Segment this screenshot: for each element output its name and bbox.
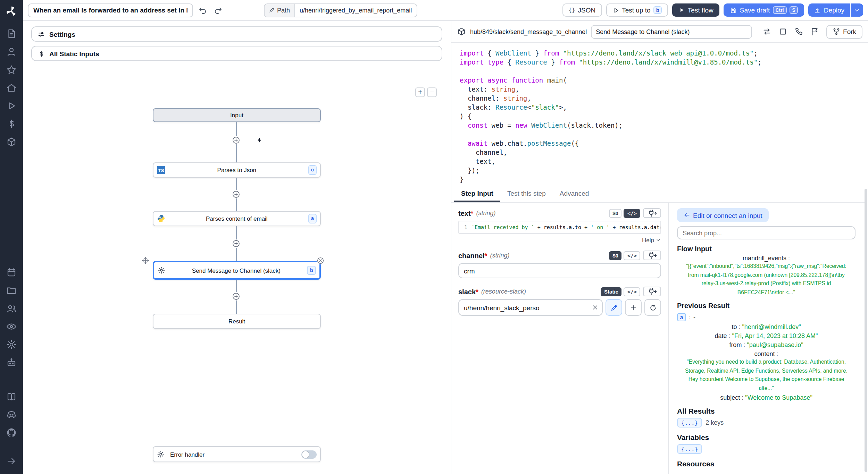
expr-help-toggle[interactable]: Help [458,237,661,244]
result-row-subject[interactable]: subject : "Welcome to Supabase" [677,394,856,401]
redo-button[interactable] [212,5,224,16]
code-mode-chip[interactable]: </> [624,287,640,296]
insert-step-button[interactable] [232,292,240,301]
all-results-badge[interactable]: {...} [677,418,702,428]
node-label: Parses content of email [168,215,306,222]
text-expression-editor[interactable]: 1 `Email received by ` + results.a.to + … [458,221,661,234]
clear-resource-icon[interactable] [592,304,599,311]
sidebar-item-collapse[interactable] [6,456,17,466]
deploy-button[interactable]: Deploy [809,3,850,17]
prop-search-input[interactable] [677,226,856,239]
save-draft-button[interactable]: Save draftCtrlS [724,3,804,17]
windmill-logo[interactable] [6,6,17,17]
pencil-icon [610,304,618,311]
code-line: } [460,175,865,184]
flow-node-input[interactable]: Input [153,108,321,122]
arrow-left-icon [683,212,690,219]
static-mode-chip[interactable]: $0 [609,251,622,260]
error-handler-label: Error handler [170,451,299,458]
sidebar-item-favorites[interactable] [6,64,17,75]
sidebar-item-schedules[interactable] [6,267,17,278]
connect-input-button[interactable] [643,208,661,218]
sidebar-item-account[interactable] [6,46,17,57]
deploy-menu-button[interactable] [851,3,863,17]
channel-input[interactable] [458,263,661,278]
delete-node-button[interactable] [317,257,324,264]
add-resource-button[interactable] [625,299,642,316]
flow-node-result[interactable]: Result [153,314,321,329]
result-row-to[interactable]: to : "henri@windmill.dev" [677,323,856,330]
move-node-handle[interactable] [142,257,149,264]
step-summary-input[interactable] [591,25,752,39]
result-row-content[interactable]: content : [677,350,856,357]
prop-value: "Welcome to Supabase" [745,394,812,401]
code-editor[interactable]: import { WebClient } from "https://deno.… [451,43,865,186]
sidebar-item-folders[interactable] [6,285,17,296]
sidebar-item-workers[interactable] [6,357,17,368]
sidebar-item-settings[interactable] [6,339,17,350]
phone-button[interactable] [794,26,804,37]
json-button[interactable]: {}JSON [562,3,602,17]
flow-node-parses-content-of-email[interactable]: Parses content of email a [153,211,321,226]
error-handler-toggle[interactable] [301,450,317,458]
play-icon [612,7,619,14]
connect-input-button[interactable] [643,287,661,296]
flow-settings-button[interactable]: Settings [31,26,442,42]
test-flow-button[interactable]: Test flow [673,3,720,17]
channel-field-row: channel*(string) $0 </> [458,251,661,260]
sidebar-item-runs[interactable] [6,100,17,111]
static-mode-chip[interactable]: $0 [609,209,622,218]
node-label: Send Message to Channel (slack) [168,267,304,274]
vertical-scrollbar[interactable] [865,189,867,472]
static-mode-chip[interactable]: Static [601,287,622,296]
flow-node-parses-to-json[interactable]: TS Parses to Json c [153,162,321,178]
required-star: * [485,252,487,259]
slack-resource-input[interactable] [458,299,603,316]
sidebar-item-discord[interactable] [6,409,17,420]
insert-step-button[interactable] [232,136,240,144]
sidebar-item-variables[interactable] [6,118,17,129]
swap-arrows-button[interactable] [762,26,772,37]
result-row-from[interactable]: from : "paul@supabase.io" [677,341,856,348]
undo-button[interactable] [197,5,208,16]
zoom-in-button[interactable]: + [415,87,425,97]
result-row-a[interactable]: a:- [677,313,856,321]
insert-step-button[interactable] [232,190,240,198]
insert-step-button[interactable] [232,239,240,248]
home-icon [6,82,17,93]
sidebar-item-scripts[interactable] [6,28,17,39]
tab-test-this-step[interactable]: Test this step [500,186,553,202]
trigger-bolt-icon[interactable] [256,137,263,144]
code-mode-chip[interactable]: </> [624,209,640,218]
error-handler-node[interactable]: Error handler [153,446,321,462]
sidebar-item-resources[interactable] [6,136,17,147]
fork-button[interactable]: Fork [826,25,862,39]
edit-connect-input-button[interactable]: Edit or connect an input [677,208,769,222]
sidebar-item-home[interactable] [6,82,17,93]
sidebar-item-docs[interactable] [6,391,17,401]
path-control[interactable]: Path u/henri/triggered_by_email_report_e… [264,3,417,17]
field-type: (string) [490,252,509,259]
node-label: Input [157,112,317,119]
prop-value: "henri@windmill.dev" [742,323,801,330]
edit-resource-button[interactable] [606,299,622,316]
sidebar-item-github[interactable] [6,427,17,438]
expand-window-button[interactable] [778,26,788,37]
field-name: slack [458,288,476,295]
zoom-out-button[interactable]: − [427,87,437,97]
tab-step-input[interactable]: Step Input [454,186,500,202]
refresh-resource-button[interactable] [644,299,661,316]
sidebar-item-groups[interactable] [6,303,17,314]
flag-button[interactable] [810,26,820,37]
variables-badge[interactable]: {...} [677,444,702,454]
result-row-date[interactable]: date : "Fri, Apr 14, 2023 at 10:28 AM" [677,332,856,339]
code-mode-chip[interactable]: </> [624,251,640,260]
connect-input-button[interactable] [643,251,661,260]
tab-advanced[interactable]: Advanced [553,186,596,202]
flow-input-key-row[interactable]: mandrill_events : [677,255,856,262]
sidebar-item-audit-logs[interactable] [6,321,17,332]
all-static-inputs-button[interactable]: All Static Inputs [31,46,442,61]
flow-name-input[interactable] [28,3,193,17]
test-up-to-button[interactable]: Test up tob [606,3,668,17]
flow-node-send-message-selected[interactable]: Send Message to Channel (slack) b [153,261,321,280]
